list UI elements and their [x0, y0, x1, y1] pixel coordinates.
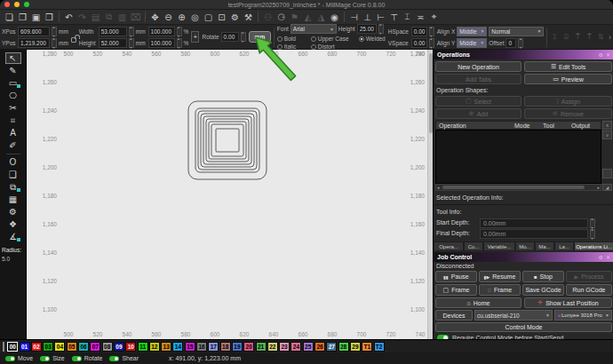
tool-shape-library[interactable]: ❖ — [5, 218, 21, 230]
height-percent-field[interactable]: 100.000 — [148, 38, 175, 48]
tool-text[interactable]: A — [5, 127, 21, 138]
xpos-spinner[interactable] — [52, 27, 57, 36]
toggle-shear[interactable]: Shear — [109, 355, 139, 361]
save-gcode-button[interactable]: Save GCode — [522, 284, 564, 296]
assign-shapes-button[interactable]: ⟩Assign — [524, 96, 612, 107]
tab-operationsli[interactable]: Operations Li... — [574, 241, 613, 251]
remove-shapes-button[interactable]: ⊖Remove — [524, 108, 612, 119]
overflow-chevron-icon[interactable]: › — [609, 33, 611, 42]
font-select[interactable]: Arial▼ — [291, 24, 337, 34]
last-position-icon[interactable]: ⌖ — [427, 11, 441, 24]
color-swatch-10[interactable]: 10 — [125, 342, 136, 352]
final-depth-spinner[interactable] — [590, 229, 595, 239]
welded-checkbox[interactable]: Welded — [359, 36, 386, 42]
alignx-select[interactable]: Middle▼ — [457, 27, 487, 36]
export-file-icon[interactable]: ❒ — [43, 11, 56, 24]
operations-h-scrollbar[interactable]: ◂ ▸ — [435, 184, 601, 191]
final-depth-field[interactable]: 0.00mm — [480, 229, 588, 239]
scrollbar-thumb[interactable] — [602, 169, 612, 178]
tab-variable[interactable]: Variable... — [483, 241, 515, 251]
operations-header[interactable]: Operations ⚙✕ — [434, 50, 613, 59]
width-percent-spinner[interactable] — [177, 27, 182, 36]
align-bottom-icon[interactable]: ≍ — [414, 11, 427, 24]
panel-options-icon[interactable]: ⚙ — [599, 254, 603, 260]
tool-array-copy[interactable]: ⧉ — [5, 181, 21, 193]
anchor-selector[interactable]: + — [191, 31, 199, 43]
color-swatch-04[interactable]: 04 — [54, 342, 65, 352]
color-swatch-08[interactable]: 08 — [102, 342, 113, 352]
bold-checkbox[interactable]: Bold — [277, 36, 306, 42]
height-spinner[interactable] — [129, 38, 134, 48]
frame-rect-button[interactable]: ▢Frame — [435, 284, 477, 296]
vspace-field[interactable]: 0.00 — [411, 38, 427, 48]
preview-monitor-icon[interactable]: ⊡ — [215, 11, 228, 24]
rotate-spinner[interactable] — [241, 32, 246, 42]
align-left-icon[interactable]: ⊣ — [347, 11, 361, 24]
color-swatch-03[interactable]: 03 — [43, 342, 53, 352]
port-select[interactable]: cu.usbserial-210▼ — [474, 310, 553, 320]
font-height-spinner[interactable] — [378, 24, 384, 34]
scroll-right-icon[interactable]: ▸ — [597, 185, 600, 190]
redo-icon[interactable]: ↷ — [76, 11, 89, 24]
move-icon[interactable]: ✥ — [148, 11, 162, 24]
hspace-spinner[interactable] — [429, 27, 434, 36]
run-gcode-button[interactable]: Run GCode — [566, 284, 612, 296]
copy-icon[interactable]: ⧉ — [102, 11, 115, 24]
tab-co[interactable]: Co... — [464, 241, 483, 251]
color-swatch-01[interactable]: 01 — [20, 342, 30, 352]
scroll-up-button[interactable]: ∧ — [602, 121, 612, 130]
tool-grid-array[interactable]: ▦ — [5, 194, 21, 205]
hspace-field[interactable]: 0.00 — [411, 27, 427, 36]
undo-icon[interactable]: ↶ — [62, 11, 76, 24]
zoom-out-icon[interactable]: ⊖ — [162, 11, 175, 24]
color-swatch-13[interactable]: 13 — [161, 342, 171, 352]
resume-button[interactable]: ▮▶Resume — [479, 271, 521, 282]
select-shapes-button[interactable]: ▢Select — [435, 96, 521, 107]
color-swatch-28[interactable]: 28 — [338, 342, 349, 352]
color-swatch-25[interactable]: 25 — [303, 342, 314, 352]
toggle-rotate[interactable]: Rotate — [72, 355, 103, 361]
color-swatch-06[interactable]: 06 — [78, 342, 89, 352]
color-swatch-20[interactable]: 20 — [243, 342, 254, 352]
mirror-horizontal-icon[interactable]: ◭ — [301, 11, 314, 24]
upper-case-checkbox[interactable]: Upper Case — [311, 36, 354, 42]
height-percent-spinner[interactable] — [177, 38, 182, 48]
new-file-icon[interactable]: ❏ — [3, 11, 16, 24]
ypos-field[interactable]: 1,219.200 — [18, 38, 50, 48]
text-mode-select[interactable]: Normal▼ — [489, 27, 544, 36]
color-swatch-15[interactable]: 15 — [185, 342, 195, 352]
offset-spinner[interactable] — [518, 38, 523, 48]
text-align-icon[interactable]: ⍡ — [585, 33, 594, 42]
units-mm-button[interactable]: mm — [249, 31, 272, 43]
offset-field[interactable]: 0 — [506, 38, 516, 48]
xpos-field[interactable]: 609.600 — [18, 27, 50, 36]
vspace-spinner[interactable] — [429, 38, 434, 48]
tab-ma[interactable]: Ma... — [535, 241, 554, 251]
add-shapes-button[interactable]: ⊕Add — [435, 108, 521, 119]
toggle-size[interactable]: Size — [40, 355, 65, 361]
mirror-vertical-icon[interactable]: ◮ — [314, 11, 328, 24]
panel-close-icon[interactable]: ✕ — [606, 254, 610, 260]
start-depth-field[interactable]: 0.00mm — [480, 218, 588, 228]
ypos-spinner[interactable] — [52, 38, 57, 48]
add-tabs-button[interactable]: Add Tabs — [435, 74, 521, 84]
operations-list[interactable] — [435, 130, 601, 184]
select-region-icon[interactable]: ▢ — [202, 11, 215, 24]
resize-grip-icon[interactable]: ◢ — [602, 184, 612, 191]
tool-polygon[interactable]: ⎔ — [5, 90, 21, 101]
color-swatch-18[interactable]: 18 — [220, 342, 231, 352]
stop-button[interactable]: ■Stop — [522, 271, 564, 282]
rotate-field[interactable]: 0.00 — [221, 32, 239, 42]
color-swatch-05[interactable]: 05 — [67, 342, 77, 352]
color-swatch-02[interactable]: 02 — [31, 342, 42, 352]
color-swatch-27[interactable]: 27 — [326, 342, 337, 352]
edit-tools-button[interactable]: ☰Edit Tools — [524, 61, 612, 72]
color-swatch-22[interactable]: 22 — [267, 342, 278, 352]
devices-button[interactable]: Devices — [435, 310, 473, 320]
job-control-header[interactable]: Job Control ⚙✕ — [434, 252, 613, 262]
toggle-on-icon[interactable] — [72, 356, 82, 361]
home-button[interactable]: ⌂Home — [435, 297, 521, 308]
frame-circle-button[interactable]: ◌Frame — [479, 284, 521, 296]
tool-line[interactable]: ✐ — [5, 139, 21, 151]
color-swatch-16[interactable]: 16 — [196, 342, 207, 352]
